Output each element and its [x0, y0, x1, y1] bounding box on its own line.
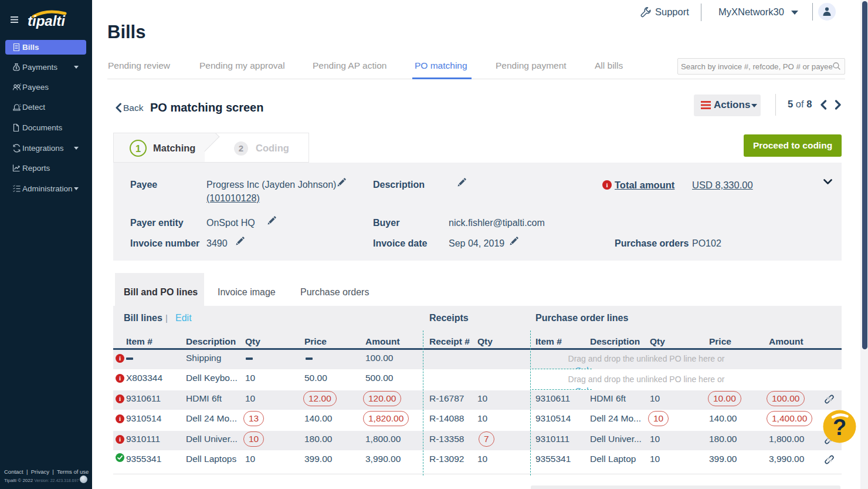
svg-text:?: ? — [833, 415, 846, 440]
